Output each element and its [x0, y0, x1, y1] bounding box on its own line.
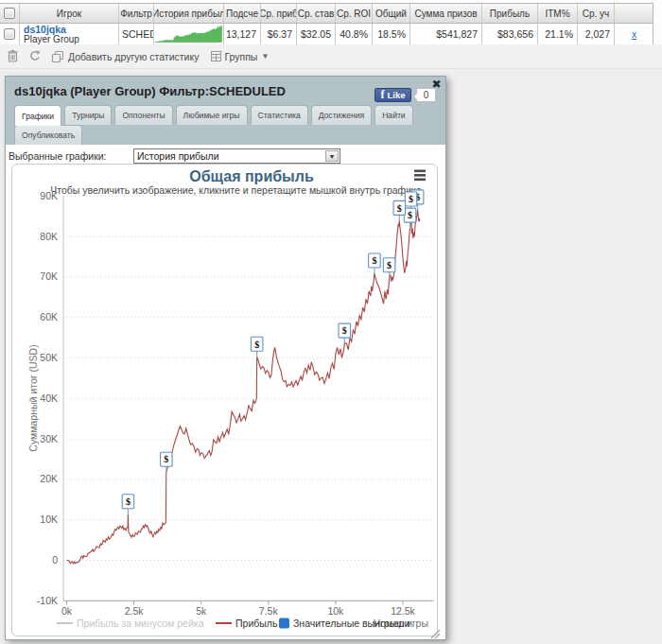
- svg-text:70K: 70K: [40, 270, 58, 282]
- row-checkbox[interactable]: [4, 28, 15, 40]
- svg-text:80K: 80K: [40, 231, 58, 242]
- svg-text:$: $: [372, 255, 376, 266]
- add-statistic-icon[interactable]: [52, 51, 63, 62]
- profit-chart[interactable]: Общая прибыльЧтобы увеличить изображение…: [11, 164, 438, 636]
- significant-win-marker: $: [393, 200, 406, 220]
- svg-text:10K: 10K: [40, 513, 58, 525]
- svg-text:0k: 0k: [61, 605, 73, 617]
- significant-win-marker: $: [369, 253, 381, 273]
- tab-label: Турниры: [72, 111, 104, 120]
- chart-subtitle: Чтобы увеличить изображение, кликните и …: [50, 184, 424, 196]
- panel-tabs-row2: Опубликовать: [14, 125, 82, 145]
- graph-select-row: Выбранные графики: История прибыли ▼: [9, 148, 340, 164]
- delete-icon[interactable]: [8, 50, 18, 62]
- total-prizes-cell: $541,827: [410, 24, 482, 44]
- tab-3[interactable]: Оппоненты: [114, 105, 172, 125]
- svg-text:-10K: -10K: [37, 595, 58, 606]
- svg-text:30K: 30K: [40, 433, 58, 444]
- total-roi-cell: 18.5%: [373, 24, 410, 44]
- column-header-empty: [615, 4, 653, 23]
- select-all-checkbox[interactable]: [4, 8, 15, 19]
- sparkline-cell[interactable]: [154, 24, 224, 44]
- significant-win-marker: $: [161, 452, 173, 472]
- svg-text:$: $: [387, 260, 392, 270]
- svg-text:$: $: [254, 339, 259, 350]
- svg-text:10k: 10k: [327, 605, 344, 617]
- profit-sparkline: [155, 25, 223, 44]
- remove-row-link[interactable]: x: [632, 28, 636, 40]
- column-header[interactable]: Фильтр: [119, 4, 154, 23]
- stats-table-header: ИгрокФильтрИстория прибылПодсчеСр. прибС…: [0, 4, 653, 24]
- filter-cell: SCHEDU: [119, 24, 154, 44]
- column-header[interactable]: Сумма призов: [410, 4, 482, 23]
- svg-text:50K: 50K: [40, 352, 58, 363]
- profit-cell: $83,656: [482, 24, 538, 44]
- player-link[interactable]: ds10jqka: [24, 25, 66, 34]
- itm-cell: 21.1%: [538, 24, 578, 44]
- av-roi-cell: 40.8%: [336, 24, 373, 44]
- column-header[interactable]: Подсче: [224, 4, 261, 23]
- y-axis-title: Суммарный итог (USD): [27, 344, 39, 451]
- column-header[interactable]: Ср. став: [297, 4, 336, 23]
- significant-win-marker: $: [404, 208, 416, 228]
- svg-text:40K: 40K: [40, 392, 58, 404]
- svg-text:$: $: [164, 454, 168, 464]
- av-entrants-cell: 2,027: [578, 24, 615, 44]
- toolbar: Добавить другую статистику Группы ▼: [0, 44, 662, 69]
- tab-extra-1[interactable]: Опубликовать: [14, 125, 82, 145]
- svg-text:5k: 5k: [196, 605, 207, 617]
- svg-text:20K: 20K: [40, 473, 58, 484]
- row-select-cell: [0, 24, 20, 44]
- remove-cell: x: [615, 24, 653, 44]
- add-statistic-label[interactable]: Добавить другую статистику: [68, 51, 199, 62]
- count-cell: 13,127: [224, 24, 261, 44]
- svg-text:90K: 90K: [40, 190, 58, 201]
- tab-label: Графики: [22, 112, 54, 121]
- graph-select[interactable]: История прибыли ▼: [133, 148, 340, 164]
- facebook-like-button[interactable]: fLike: [375, 88, 411, 102]
- column-header[interactable]: Ср. ROI: [336, 4, 373, 23]
- groups-caret-icon[interactable]: ▼: [261, 52, 269, 61]
- resize-grip-icon[interactable]: [427, 626, 441, 639]
- chart-menu-icon: [414, 170, 426, 182]
- tab-5[interactable]: Статистика: [251, 105, 308, 125]
- svg-text:0: 0: [52, 554, 58, 566]
- column-header[interactable]: История прибыл: [154, 4, 224, 23]
- significant-win-marker: $: [251, 337, 263, 357]
- svg-text:Прибыль: Прибыль: [235, 618, 278, 629]
- groups-icon[interactable]: [211, 51, 221, 61]
- column-header[interactable]: Ср. приб: [261, 4, 297, 23]
- column-header[interactable]: Игрок: [20, 4, 119, 23]
- select-dropdown-icon[interactable]: ▼: [325, 150, 339, 162]
- tab-4[interactable]: Любимые игры: [176, 105, 248, 125]
- profit-line-series: [67, 210, 420, 564]
- svg-text:Значительные выигрыши: Значительные выигрыши: [293, 618, 410, 629]
- column-header[interactable]: Ср. уч: [578, 4, 615, 23]
- chart-legend: Прибыль за минусом рейкаПрибыльЗначитель…: [57, 618, 410, 629]
- player-cell: ds10jqka Player Group: [20, 24, 119, 44]
- close-icon[interactable]: ✖: [430, 79, 443, 92]
- tab-7[interactable]: Найти: [375, 105, 413, 125]
- significant-win-marker: $: [122, 495, 134, 514]
- player-panel: ds10jqka (Player Group) Фильтр:SCHEDULED…: [5, 76, 446, 640]
- panel-tabs: ГрафикиТурнирыОппонентыЛюбимые игрыСтати…: [14, 105, 413, 126]
- table-row: ds10jqka Player Group SCHEDU 13,127 $6.3…: [0, 24, 653, 44]
- tab-2[interactable]: Турниры: [64, 105, 112, 125]
- column-header[interactable]: Прибыль: [482, 4, 538, 23]
- column-header[interactable]: ITM%: [538, 4, 578, 23]
- tab-label: Опубликовать: [22, 131, 75, 140]
- significant-win-marker: $: [339, 323, 351, 343]
- tab-6[interactable]: Достижения: [311, 105, 372, 125]
- groups-label[interactable]: Группы: [224, 51, 257, 62]
- refresh-icon[interactable]: [29, 50, 41, 62]
- svg-text:$: $: [409, 194, 413, 204]
- chart-title: Общая прибыль: [189, 168, 314, 184]
- select-all-cell: [0, 4, 20, 23]
- chart-container: Общая прибыльЧтобы увеличить изображение…: [11, 164, 438, 636]
- column-header[interactable]: Общий: [373, 4, 410, 23]
- av-stake-cell: $32.05: [297, 24, 336, 44]
- tab-1[interactable]: Графики: [14, 105, 61, 126]
- tab-label: Достижения: [319, 111, 364, 120]
- graph-select-label: Выбранные графики:: [9, 150, 133, 162]
- tab-label: Найти: [382, 111, 406, 120]
